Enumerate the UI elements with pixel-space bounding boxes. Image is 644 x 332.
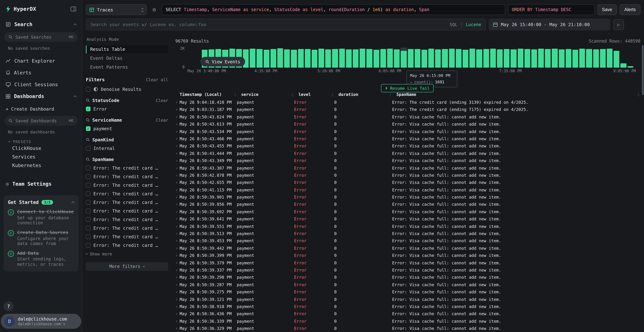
table-row[interactable]: ›May 26 8:50:39.513 PMpaymentError0Error… xyxy=(175,230,640,237)
table-row[interactable]: ›May 26 8:50:39.399 PMpaymentError0Error… xyxy=(175,252,640,259)
table-row[interactable]: ›May 26 8:50:43.307 PMpaymentError0Error… xyxy=(175,164,640,172)
checkbox[interactable] xyxy=(86,226,90,230)
table-row[interactable]: ›May 26 8:50:42.655 PMpaymentError0Error… xyxy=(175,179,640,186)
checkbox[interactable] xyxy=(86,243,90,248)
histogram-bar[interactable] xyxy=(297,48,304,68)
column-menu-icon[interactable]: ⋮ xyxy=(288,92,294,96)
filter-option[interactable]: Error: The credit card … xyxy=(86,216,168,222)
filter-option[interactable]: Error: The credit card … xyxy=(86,165,168,171)
histogram-bar[interactable] xyxy=(476,48,483,68)
search-input[interactable] xyxy=(90,22,447,27)
histogram-bar[interactable] xyxy=(455,48,462,68)
histogram-bar[interactable] xyxy=(510,48,517,68)
help-button[interactable]: ? xyxy=(4,301,14,311)
row-expand-chevron-icon[interactable]: › xyxy=(175,164,180,172)
histogram-bar[interactable] xyxy=(579,48,586,68)
row-expand-chevron-icon[interactable]: › xyxy=(175,274,180,281)
table-row[interactable]: ›May 26 8:50:36.329 PMpaymentError0Error… xyxy=(175,325,640,332)
table-row[interactable]: ›May 26 8:50:39.287 PMpaymentError0Error… xyxy=(175,281,640,288)
histogram-bar[interactable] xyxy=(600,48,606,68)
table-row[interactable]: ›May 26 8:50:43.455 PMpaymentError0Error… xyxy=(175,142,640,150)
histogram-bar[interactable] xyxy=(634,48,640,68)
sidebar-item-alerts[interactable]: Alerts xyxy=(0,68,82,77)
row-expand-chevron-icon[interactable]: › xyxy=(175,172,180,179)
checkbox-checked[interactable] xyxy=(86,106,90,111)
get-started-item[interactable]: ✓ Connect to ClickHouse Set up your data… xyxy=(8,209,74,226)
row-expand-chevron-icon[interactable]: › xyxy=(175,252,180,259)
histogram-bar[interactable] xyxy=(462,48,469,68)
row-expand-chevron-icon[interactable]: › xyxy=(175,114,180,121)
histogram-plot[interactable] xyxy=(188,48,640,68)
histogram-bar[interactable] xyxy=(394,48,400,68)
filter-option[interactable]: Error xyxy=(86,106,168,112)
sidebar-collapse-icon[interactable] xyxy=(70,6,76,12)
column-menu-icon[interactable]: ⋮ xyxy=(231,92,237,96)
row-expand-chevron-icon[interactable]: › xyxy=(175,296,180,303)
histogram-bar[interactable] xyxy=(428,48,434,68)
row-expand-chevron-icon[interactable]: › xyxy=(175,157,180,164)
show-more-button[interactable]: Show more xyxy=(86,252,168,256)
save-button[interactable]: Save xyxy=(597,4,617,15)
checkbox[interactable] xyxy=(86,87,90,92)
mode-event-patterns[interactable]: Event Patterns xyxy=(86,63,168,71)
filter-option[interactable]: payment xyxy=(86,126,168,131)
histogram-bar[interactable] xyxy=(448,48,455,68)
row-expand-chevron-icon[interactable]: › xyxy=(175,135,180,142)
histogram-bar[interactable] xyxy=(586,48,592,68)
user-menu[interactable]: D dale@clickhouse.com dale@clickhouse.co… xyxy=(1,314,81,329)
sidebar-item-services[interactable]: Services xyxy=(12,152,82,161)
saved-searches-input[interactable]: Saved Searches ⌘K xyxy=(4,32,78,42)
filter-option[interactable]: Internal xyxy=(86,145,168,151)
row-expand-chevron-icon[interactable]: › xyxy=(175,216,180,223)
row-expand-chevron-icon[interactable]: › xyxy=(175,288,180,296)
histogram-bar[interactable] xyxy=(442,48,448,68)
row-expand-chevron-icon[interactable]: › xyxy=(175,266,180,274)
histogram-bar[interactable] xyxy=(359,48,366,68)
more-filters-button[interactable]: More filters xyxy=(86,262,168,271)
table-row[interactable]: ›May 26 8:50:43.466 PMpaymentError0Error… xyxy=(175,135,640,142)
get-started-item[interactable]: ✓ Add Data Start sending logs, metrics, … xyxy=(8,250,74,267)
chevron-up-icon[interactable] xyxy=(72,202,74,204)
histogram-bar[interactable] xyxy=(524,48,530,68)
row-expand-chevron-icon[interactable]: › xyxy=(175,150,180,157)
table-row[interactable]: ›May 26 8:50:43.534 PMpaymentError0Error… xyxy=(175,128,640,135)
histogram-bar[interactable] xyxy=(565,48,572,68)
histogram-bar[interactable] xyxy=(421,48,428,68)
row-expand-chevron-icon[interactable]: › xyxy=(175,99,180,106)
table-row[interactable]: ›May 26 8:50:43.444 PMpaymentError0Error… xyxy=(175,150,640,157)
histogram-bar[interactable] xyxy=(290,48,297,68)
sql-select-editor[interactable]: SELECT Timestamp, ServiceName as service… xyxy=(162,4,505,15)
sidebar-item-kubernetes[interactable]: Kubernetes xyxy=(12,161,82,170)
checkbox[interactable] xyxy=(86,191,90,196)
histogram-bar[interactable] xyxy=(311,48,318,68)
row-expand-chevron-icon[interactable]: › xyxy=(175,179,180,186)
histogram-bar[interactable] xyxy=(538,48,544,68)
nav-search-section[interactable]: Search xyxy=(0,21,82,28)
filter-option[interactable]: Error: The credit card … xyxy=(86,182,168,188)
table-row[interactable]: ›May 26 8:50:39.442 PMpaymentError0Error… xyxy=(175,245,640,252)
row-expand-chevron-icon[interactable]: › xyxy=(175,186,180,194)
filter-option[interactable]: Error: The credit card … xyxy=(86,191,168,196)
date-range-picker[interactable]: May 26 15:40:00 - May 26 21:10:00 xyxy=(489,18,610,30)
vertical-scrollbar[interactable] xyxy=(642,45,644,95)
table-row[interactable]: ›May 26 9:04:18.410 PMpaymentError0Error… xyxy=(175,99,640,106)
source-settings-gear-icon[interactable]: ⚙ xyxy=(150,6,159,13)
row-expand-chevron-icon[interactable]: › xyxy=(175,310,180,318)
histogram-bar[interactable] xyxy=(490,48,496,68)
column-menu-icon[interactable]: ⋮ xyxy=(635,92,640,96)
source-select[interactable]: Traces xyxy=(86,4,147,15)
checkbox[interactable] xyxy=(86,166,90,170)
mode-results-table[interactable]: Results Table xyxy=(86,46,168,53)
histogram-bar[interactable] xyxy=(332,48,338,68)
filter-option[interactable]: Error: The credit card … xyxy=(86,234,168,239)
histogram-bar[interactable] xyxy=(544,48,551,68)
event-search-bar[interactable]: SQL | Lucene xyxy=(86,18,486,30)
row-expand-chevron-icon[interactable]: › xyxy=(175,259,180,266)
table-row[interactable]: ›May 26 8:50:42.878 PMpaymentError0Error… xyxy=(175,172,640,179)
histogram-bar[interactable] xyxy=(496,48,503,68)
histogram-bar[interactable] xyxy=(551,48,558,68)
column-header[interactable]: SpanName xyxy=(396,92,416,97)
create-dashboard-button[interactable]: + Create Dashboard xyxy=(6,106,82,112)
presets-toggle[interactable]: PRESETS xyxy=(8,140,82,144)
chevron-up-icon[interactable] xyxy=(74,95,77,98)
